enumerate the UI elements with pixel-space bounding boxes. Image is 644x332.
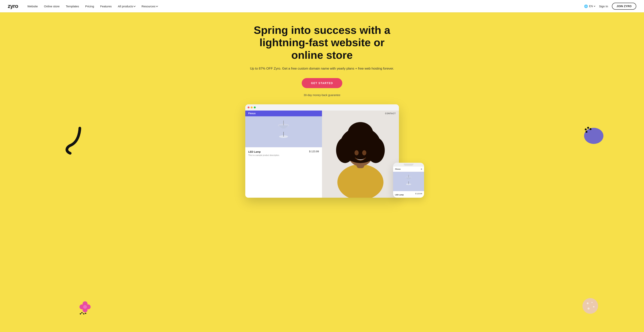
hero-section: Spring into success with a lightning-fas… (0, 0, 644, 332)
chevron-down-icon (134, 5, 136, 7)
svg-point-4 (83, 305, 87, 309)
nav-templates[interactable]: Templates (66, 5, 79, 8)
svg-point-23 (338, 164, 384, 198)
nav-features[interactable]: Features (100, 5, 112, 8)
mobile-bar (393, 163, 424, 166)
cta-button[interactable]: GET STARTED (302, 78, 342, 88)
product-name: LED Lamp (248, 150, 261, 153)
mobile-product-info: LED Lamp $ 123.99 (393, 191, 424, 198)
mobile-product-image (393, 172, 424, 191)
browser-mockup: Flexus (245, 104, 399, 198)
model-photo (322, 110, 399, 198)
svg-point-8 (85, 313, 86, 314)
svg-point-9 (584, 128, 604, 144)
svg-point-31 (362, 150, 366, 156)
svg-point-16 (592, 302, 592, 303)
logo[interactable]: zyro (8, 3, 18, 9)
browser-dot-min (251, 106, 252, 108)
browser-content: Flexus (245, 110, 399, 198)
nav-all-products[interactable]: All products (118, 5, 135, 8)
product-price: $ 123.99 (309, 150, 319, 153)
nav-resources[interactable]: Resources (142, 5, 158, 8)
mobile-product-name: LED Lamp (395, 194, 404, 196)
svg-point-6 (83, 313, 84, 314)
svg-point-13 (586, 131, 588, 133)
svg-point-17 (593, 306, 594, 308)
svg-point-11 (587, 127, 589, 129)
mobile-notch (404, 164, 414, 166)
mobile-header: Flexus ≡ (393, 166, 424, 172)
nav-links: Website Online store Templates Pricing F… (28, 5, 584, 8)
money-back-text: 30-day money-back guarantee (304, 94, 340, 96)
svg-point-29 (348, 122, 374, 145)
svg-point-15 (587, 302, 588, 304)
decorative-hook (64, 126, 88, 150)
svg-point-5 (81, 312, 82, 313)
svg-point-14 (582, 298, 598, 314)
browser-dot-close (248, 106, 250, 108)
browser-dot-max (254, 106, 256, 108)
contact-link[interactable]: CONTACT (385, 112, 396, 114)
svg-point-18 (587, 308, 590, 310)
svg-point-12 (590, 128, 592, 130)
language-selector[interactable]: 🌐 EN (584, 4, 595, 8)
product-panel-header: Flexus (245, 110, 322, 116)
decorative-flower (77, 299, 93, 316)
browser-model-panel: CONTACT (322, 110, 399, 198)
decorative-blob (582, 126, 605, 146)
hero-title: Spring into success with a lightning-fas… (243, 24, 401, 61)
nav-pricing[interactable]: Pricing (85, 5, 94, 8)
mobile-brand: Flexus (395, 168, 401, 170)
nav-online-store[interactable]: Online store (44, 5, 60, 8)
product-info: LED Lamp $ 123.99 This is a sample produ… (245, 147, 322, 159)
mobile-product-price: $ 123.99 (415, 193, 422, 194)
hamburger-icon[interactable]: ≡ (421, 168, 422, 170)
product-image (245, 116, 322, 147)
svg-point-7 (80, 313, 81, 314)
mobile-mockup: Flexus ≡ LED Lamp $ 123.99 (393, 163, 424, 198)
svg-point-10 (585, 128, 586, 130)
globe-icon: 🌐 (584, 4, 588, 8)
product-description: This is a sample product description. (248, 154, 319, 156)
join-button[interactable]: JOIN ZYRO (612, 3, 636, 10)
chevron-down-icon (594, 5, 595, 7)
nav-website[interactable]: Website (28, 5, 38, 8)
signin-button[interactable]: Sign In (599, 5, 608, 8)
browser-product-panel: Flexus (245, 110, 322, 198)
chevron-down-icon (156, 5, 158, 7)
hero-content: Spring into success with a lightning-fas… (239, 12, 405, 104)
decorative-circle (582, 297, 599, 316)
hero-illustration: Flexus (216, 104, 428, 198)
hero-subtitle: Up to 87% OFF Zyro. Get a free custom do… (243, 66, 401, 71)
browser-bar (245, 104, 399, 110)
svg-point-30 (354, 150, 358, 156)
navbar: zyro Website Online store Templates Pric… (0, 0, 644, 12)
nav-right: 🌐 EN Sign In JOIN ZYRO (584, 3, 636, 10)
